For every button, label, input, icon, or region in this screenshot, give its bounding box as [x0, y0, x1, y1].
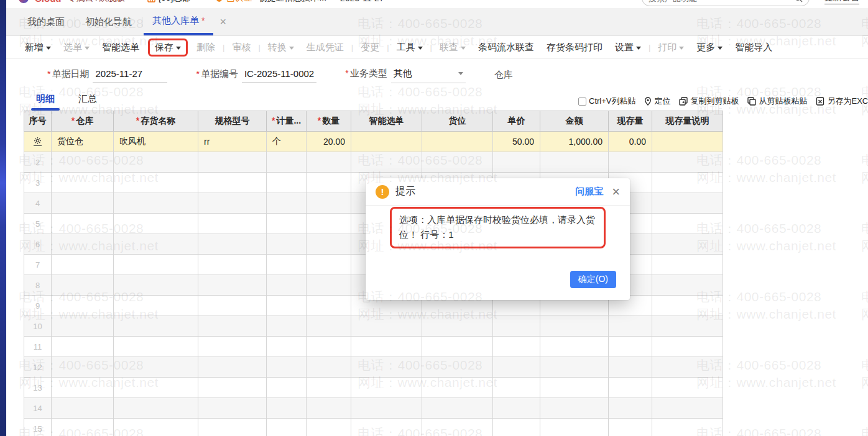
subtab-detail[interactable]: 明细 [30, 91, 61, 111]
toolbar-button-tools[interactable]: 工具 [390, 39, 429, 56]
cell-empty[interactable] [609, 378, 652, 398]
cell-location[interactable] [422, 132, 493, 152]
cell-empty[interactable] [307, 296, 351, 316]
cell-empty[interactable] [198, 296, 267, 316]
cell-price[interactable]: 50.00 [493, 132, 540, 152]
cell-empty[interactable] [267, 296, 307, 316]
cell-empty[interactable] [267, 419, 307, 436]
row-number[interactable]: 14 [24, 398, 52, 419]
cell-empty[interactable] [422, 152, 493, 173]
cell-empty[interactable] [267, 255, 307, 275]
cell-empty[interactable] [198, 378, 267, 398]
cell-empty[interactable] [267, 316, 307, 337]
row-number[interactable]: 11 [24, 337, 52, 357]
cell-empty[interactable] [609, 316, 652, 337]
cell-empty[interactable] [267, 152, 307, 173]
cell-warehouse[interactable]: 货位仓 [52, 132, 114, 152]
cell-empty[interactable] [267, 193, 307, 214]
ctrlv-paste-toggle[interactable]: Ctrl+V列粘贴 [578, 96, 635, 107]
help-service-link[interactable]: 问服宝 [575, 186, 603, 198]
cell-empty[interactable] [198, 255, 267, 275]
row-number[interactable]: 10 [24, 316, 52, 337]
tab-init-navigation[interactable]: 初始化导航 [76, 8, 141, 35]
cell-empty[interactable] [307, 173, 351, 193]
cell-empty[interactable] [351, 357, 422, 378]
cell-unit[interactable]: 个 [267, 132, 307, 152]
cell-empty[interactable] [422, 316, 493, 337]
cell-empty[interactable] [422, 378, 493, 398]
cell-empty[interactable] [198, 419, 267, 436]
cell-empty[interactable] [493, 337, 540, 357]
cell-empty[interactable] [652, 193, 723, 214]
row-number[interactable]: 12 [24, 357, 52, 378]
copy-to-clipboard-button[interactable]: 复制到剪贴板 [679, 96, 739, 107]
cell-empty[interactable] [267, 357, 307, 378]
cell-empty[interactable] [52, 296, 114, 316]
cell-empty[interactable] [351, 316, 422, 337]
cell-empty[interactable] [493, 398, 540, 419]
cell-empty[interactable] [114, 255, 198, 275]
cell-empty[interactable] [114, 316, 198, 337]
cell-empty[interactable] [307, 316, 351, 337]
dialog-close-icon[interactable]: × [612, 185, 620, 199]
cell-empty[interactable] [307, 234, 351, 255]
paste-from-clipboard-button[interactable]: 从剪贴板粘贴 [747, 96, 807, 107]
cell-empty[interactable] [52, 152, 114, 173]
row-number[interactable]: 3 [24, 173, 52, 193]
cell-empty[interactable] [198, 234, 267, 255]
cell-qty[interactable]: 20.00 [307, 132, 351, 152]
row-number[interactable]: 15 [24, 419, 52, 436]
checkbox-icon[interactable] [578, 98, 586, 106]
cell-empty[interactable] [52, 316, 114, 337]
tab-my-desktop[interactable]: 我的桌面 [19, 8, 73, 35]
cell-empty[interactable] [351, 398, 422, 419]
doc-no-input[interactable]: IC-2025-11-0002 [242, 67, 316, 83]
cell-empty[interactable] [52, 357, 114, 378]
cell-empty[interactable] [351, 419, 422, 436]
cell-empty[interactable] [652, 296, 723, 316]
save-as-excel-button[interactable]: 另存为EXC [816, 96, 868, 107]
cell-stock_note[interactable] [652, 132, 723, 152]
cell-empty[interactable] [114, 378, 198, 398]
row-settings-gear-icon[interactable] [34, 137, 42, 146]
row-number[interactable]: 8 [24, 275, 52, 296]
cell-empty[interactable] [652, 214, 723, 234]
cell-empty[interactable] [198, 152, 267, 173]
cell-empty[interactable] [52, 214, 114, 234]
cell-empty[interactable] [114, 398, 198, 419]
cell-empty[interactable] [307, 337, 351, 357]
cell-empty[interactable] [652, 419, 723, 436]
cell-empty[interactable] [198, 337, 267, 357]
cell-empty[interactable] [52, 398, 114, 419]
cell-empty[interactable] [267, 234, 307, 255]
cell-empty[interactable] [609, 419, 652, 436]
cell-empty[interactable] [52, 255, 114, 275]
cell-empty[interactable] [351, 378, 422, 398]
cell-empty[interactable] [652, 357, 723, 378]
cell-empty[interactable] [52, 275, 114, 296]
toolbar-button-barcode-flow-query[interactable]: 条码流水联查 [472, 39, 540, 56]
cell-empty[interactable] [652, 255, 723, 275]
cell-empty[interactable] [52, 173, 114, 193]
search-icon[interactable] [794, 0, 803, 2]
biz-type-select[interactable]: 其他 [391, 66, 466, 83]
cell-empty[interactable] [114, 337, 198, 357]
cell-empty[interactable] [493, 357, 540, 378]
ok-button[interactable]: 确定(O) [570, 271, 616, 288]
cell-empty[interactable] [267, 214, 307, 234]
locate-button[interactable]: 定位 [644, 96, 670, 107]
row-number[interactable]: 9 [24, 296, 52, 316]
search-input[interactable] [649, 0, 794, 3]
tab-other-receipt[interactable]: 其他入库单 * [144, 8, 213, 35]
tab-close-icon[interactable]: × [213, 8, 233, 35]
cell-empty[interactable] [493, 419, 540, 436]
cell-empty[interactable] [307, 419, 351, 436]
cell-empty[interactable] [422, 419, 493, 436]
cell-empty[interactable] [52, 378, 114, 398]
subtab-summary[interactable]: 汇总 [72, 91, 103, 111]
cell-empty[interactable] [198, 173, 267, 193]
cell-empty[interactable] [652, 275, 723, 296]
cell-empty[interactable] [198, 316, 267, 337]
cell-empty[interactable] [267, 173, 307, 193]
cell-empty[interactable] [652, 378, 723, 398]
